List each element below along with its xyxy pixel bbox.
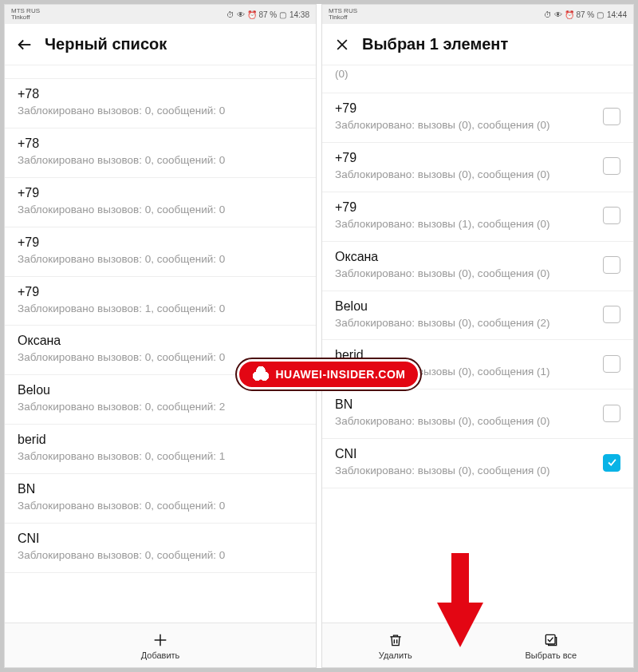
contact-sub: Заблокировано вызовов: 0, сообщений: 0 bbox=[18, 253, 303, 267]
list-item[interactable]: +79Заблокировано: вызовы (0), сообщения … bbox=[322, 93, 633, 143]
selection-list[interactable]: (0)+79Заблокировано: вызовы (0), сообщен… bbox=[322, 65, 633, 623]
status-operator: MTS RUS Tinkoff bbox=[329, 8, 357, 21]
status-icons: ⏱ 👁 ⏰ 87 % ▢ bbox=[544, 10, 604, 19]
close-icon[interactable] bbox=[333, 36, 351, 53]
list-item[interactable]: (0) bbox=[322, 65, 633, 93]
list-item[interactable]: +79Заблокировано: вызовы (1), сообщения … bbox=[322, 192, 633, 242]
contact-sub: Заблокировано: вызовы (1), сообщения (0) bbox=[335, 218, 595, 231]
list-item[interactable]: CNIЗаблокировано: вызовы (0), сообщения … bbox=[322, 439, 633, 488]
svg-rect-0 bbox=[545, 634, 555, 644]
contact-title: Оксана bbox=[18, 334, 303, 348]
status-right: ⏱ 👁 ⏰ 87 % ▢ 14:44 bbox=[544, 10, 627, 19]
contact-title: berid bbox=[18, 433, 303, 447]
checkbox[interactable] bbox=[603, 355, 620, 373]
contact-title: +79 bbox=[18, 186, 303, 200]
select-all-label: Выбрать все bbox=[525, 650, 577, 660]
back-icon[interactable] bbox=[16, 36, 33, 53]
bottom-bar: Добавить bbox=[5, 623, 316, 667]
phone-right: MTS RUS Tinkoff ⏱ 👁 ⏰ 87 % ▢ 14:44 Выбра… bbox=[321, 4, 634, 668]
checkbox[interactable] bbox=[603, 454, 620, 472]
trash-icon bbox=[387, 631, 404, 649]
contact-sub: Заблокировано: вызовы (0), сообщения (0) bbox=[335, 464, 595, 478]
contact-title: +79 bbox=[335, 200, 595, 215]
contact-sub: (0) bbox=[335, 68, 595, 81]
select-all-icon bbox=[542, 631, 560, 649]
add-button[interactable]: Добавить bbox=[5, 623, 316, 667]
list-item[interactable]: +78Заблокировано вызовов: 0, сообщений: … bbox=[5, 128, 316, 178]
status-icons: ⏱ 👁 ⏰ 87 % ▢ bbox=[226, 10, 286, 19]
contact-sub: Заблокировано: вызовы (0), сообщения (0) bbox=[335, 267, 595, 281]
contact-title: +79 bbox=[335, 151, 595, 165]
watermark-badge: HUAWEI-INSIDER.COM bbox=[237, 359, 420, 389]
contact-sub: Заблокировано: вызовы (0), сообщения (0) bbox=[335, 168, 595, 182]
checkbox[interactable] bbox=[603, 405, 620, 422]
status-bar: MTS RUS Tinkoff ⏱ 👁 ⏰ 87 % ▢ 14:38 bbox=[5, 5, 316, 24]
contact-sub: Заблокировано: вызовы (0), сообщения (0) bbox=[335, 119, 595, 132]
screenshot-pair: MTS RUS Tinkoff ⏱ 👁 ⏰ 87 % ▢ 14:38 Черны… bbox=[0, 0, 638, 672]
watermark-text: HUAWEI-INSIDER.COM bbox=[276, 368, 406, 381]
contact-title: +79 bbox=[18, 235, 303, 250]
checkbox[interactable] bbox=[603, 256, 620, 274]
blacklist-list[interactable]: +78Заблокировано вызовов: 0, сообщений: … bbox=[5, 65, 316, 623]
contact-title: BN bbox=[335, 397, 595, 412]
page-title: Выбран 1 элемент bbox=[362, 35, 508, 53]
status-bar: MTS RUS Tinkoff ⏱ 👁 ⏰ 87 % ▢ 14:44 bbox=[322, 5, 633, 24]
plus-icon bbox=[152, 631, 169, 649]
contact-sub: Заблокировано: вызовы (0), сообщения (2) bbox=[335, 317, 595, 330]
contact-sub: Заблокировано вызовов: 0, сообщений: 0 bbox=[18, 154, 303, 168]
contact-sub: Заблокировано вызовов: 0, сообщений: 0 bbox=[18, 105, 303, 118]
bottom-bar: Удалить Выбрать все bbox=[322, 623, 633, 667]
title-bar: Выбран 1 элемент bbox=[322, 24, 633, 65]
list-item[interactable]: ОксанаЗаблокировано: вызовы (0), сообщен… bbox=[322, 242, 633, 291]
contact-sub: Заблокировано вызовов: 0, сообщений: 2 bbox=[18, 401, 303, 414]
list-item[interactable]: +78Заблокировано вызовов: 0, сообщений: … bbox=[5, 79, 316, 128]
contact-title: +79 bbox=[335, 101, 595, 116]
contact-title: CNI bbox=[335, 447, 595, 461]
checkbox[interactable] bbox=[603, 157, 620, 175]
checkbox[interactable] bbox=[603, 108, 620, 125]
contact-sub: Заблокировано вызовов: 0, сообщений: 0 bbox=[18, 204, 303, 217]
list-item[interactable]: +79Заблокировано вызовов: 0, сообщений: … bbox=[5, 227, 316, 277]
contact-sub: Заблокировано вызовов: 0, сообщений: 0 bbox=[18, 549, 303, 563]
list-item[interactable] bbox=[5, 65, 316, 79]
list-item[interactable]: +79Заблокировано: вызовы (0), сообщения … bbox=[322, 143, 633, 192]
contact-title: Оксана bbox=[335, 250, 595, 264]
phone-left: MTS RUS Tinkoff ⏱ 👁 ⏰ 87 % ▢ 14:38 Черны… bbox=[4, 4, 317, 668]
checkbox[interactable] bbox=[603, 207, 620, 224]
list-item[interactable]: beridЗаблокировано вызовов: 0, сообщений… bbox=[5, 425, 316, 474]
list-item[interactable]: +79Заблокировано вызовов: 1, сообщений: … bbox=[5, 277, 316, 326]
title-bar: Черный список bbox=[5, 24, 316, 65]
list-item[interactable]: BNЗаблокировано: вызовы (0), сообщения (… bbox=[322, 389, 633, 439]
contact-title: +79 bbox=[18, 285, 303, 299]
checkbox[interactable] bbox=[603, 306, 620, 323]
huawei-logo-icon bbox=[252, 366, 270, 383]
add-label: Добавить bbox=[141, 650, 180, 660]
status-time: 14:44 bbox=[607, 10, 627, 19]
list-item[interactable]: CNIЗаблокировано вызовов: 0, сообщений: … bbox=[5, 524, 316, 573]
contact-sub: Заблокировано: вызовы (0), сообщения (0) bbox=[335, 415, 595, 429]
list-item[interactable]: BelouЗаблокировано: вызовы (0), сообщени… bbox=[322, 291, 633, 341]
status-time: 14:38 bbox=[289, 10, 309, 19]
contact-title: Belou bbox=[335, 299, 595, 314]
delete-button[interactable]: Удалить bbox=[322, 623, 469, 667]
contact-sub: Заблокировано вызовов: 0, сообщений: 0 bbox=[18, 500, 303, 513]
contact-title: BN bbox=[18, 482, 303, 496]
page-title: Черный список bbox=[45, 35, 167, 53]
list-item[interactable]: +79Заблокировано вызовов: 0, сообщений: … bbox=[5, 178, 316, 227]
contact-title: +78 bbox=[18, 87, 303, 101]
operator-2: Tinkoff bbox=[11, 14, 40, 21]
operator-2: Tinkoff bbox=[329, 14, 357, 21]
select-all-button[interactable]: Выбрать все bbox=[469, 623, 633, 667]
contact-title: +78 bbox=[18, 136, 303, 151]
delete-label: Удалить bbox=[379, 650, 412, 660]
status-operator: MTS RUS Tinkoff bbox=[11, 8, 40, 21]
status-right: ⏱ 👁 ⏰ 87 % ▢ 14:38 bbox=[226, 10, 309, 19]
contact-title: CNI bbox=[18, 532, 303, 546]
contact-sub: Заблокировано вызовов: 1, сообщений: 0 bbox=[18, 302, 303, 316]
contact-sub: Заблокировано вызовов: 0, сообщений: 1 bbox=[18, 450, 303, 464]
list-item[interactable]: BNЗаблокировано вызовов: 0, сообщений: 0 bbox=[5, 474, 316, 524]
